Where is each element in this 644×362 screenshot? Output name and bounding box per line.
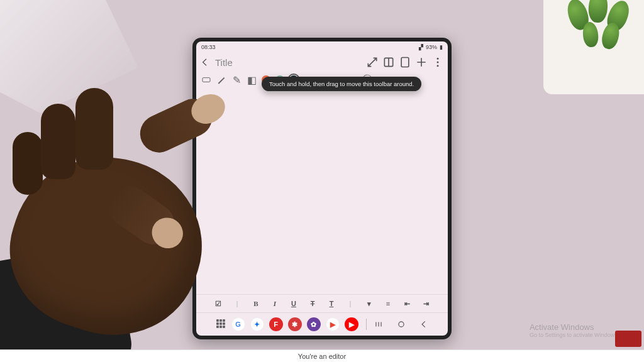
fmt-checklist[interactable]: ☑: [213, 299, 223, 309]
add-icon[interactable]: [415, 56, 428, 69]
keyboard-icon[interactable]: [201, 75, 211, 85]
svg-point-4: [437, 62, 439, 63]
signal-icon: ▞: [419, 44, 423, 50]
status-time: 08:33: [201, 44, 216, 50]
windows-watermark: Activate Windows Go to Settings to activ…: [530, 322, 619, 338]
nav-recents-icon[interactable]: [374, 319, 383, 329]
app-googletv[interactable]: ▶: [326, 317, 340, 331]
foldable-device: 08:33 ▞ 93% ▮ Title: [192, 38, 452, 339]
reading-mode-icon[interactable]: [382, 56, 395, 69]
svg-rect-6: [203, 78, 210, 82]
fmt-textcolor[interactable]: ▾: [364, 299, 374, 309]
fmt-divider2: |: [345, 299, 355, 309]
status-bar: 08:33 ▞ 93% ▮: [196, 41, 448, 53]
nav-home-icon[interactable]: [397, 319, 406, 329]
eraser-icon[interactable]: ◧: [247, 75, 257, 85]
expand-icon[interactable]: [366, 56, 379, 69]
fmt-italic[interactable]: I: [270, 299, 280, 309]
svg-point-10: [398, 322, 403, 327]
toolbar-tooltip: Touch and hold, then drag to move this t…: [262, 77, 421, 91]
smartwatch: [0, 241, 135, 362]
corner-badge: [615, 331, 641, 347]
svg-point-5: [437, 65, 439, 67]
fmt-divider: |: [232, 299, 242, 309]
fmt-underline[interactable]: U: [289, 299, 299, 309]
fmt-textsize[interactable]: T: [326, 299, 336, 309]
app-chat[interactable]: ✦: [250, 317, 264, 331]
fmt-indent-dec[interactable]: ⇤: [402, 299, 412, 309]
note-canvas[interactable]: [196, 88, 448, 294]
dock-divider: [366, 319, 367, 330]
fmt-strike[interactable]: T: [308, 299, 318, 309]
note-titlebar: Title: [196, 53, 448, 72]
battery-text: 93%: [426, 44, 437, 50]
format-toolbar: ☑ | B I U T T | ▾ ≡ ⇤ ⇥: [196, 295, 448, 312]
caption-bar: You're an editor: [0, 349, 644, 362]
note-title[interactable]: Title: [215, 57, 233, 68]
fmt-align[interactable]: ≡: [383, 299, 393, 309]
app-dock: G ✦ F ✱ ✿ ▶ ▶: [196, 313, 448, 336]
svg-point-3: [437, 58, 439, 60]
highlighter-icon[interactable]: ✎: [231, 75, 242, 85]
desk-crystal: [0, 0, 138, 113]
battery-icon: ▮: [440, 44, 443, 50]
app-youtube[interactable]: ▶: [345, 317, 358, 331]
nav-back-icon[interactable]: [419, 319, 428, 329]
caption-text: You're an editor: [298, 353, 346, 360]
app-flipboard[interactable]: F: [269, 317, 283, 331]
apps-drawer-icon[interactable]: [216, 319, 226, 329]
device-screen: 08:33 ▞ 93% ▮ Title: [196, 41, 448, 336]
back-icon[interactable]: [200, 57, 210, 67]
app-red[interactable]: ✱: [288, 317, 302, 331]
svg-rect-2: [401, 58, 409, 67]
more-icon[interactable]: [431, 56, 444, 69]
app-settings[interactable]: ✿: [307, 317, 321, 331]
page-icon[interactable]: [399, 56, 411, 69]
pen-tool-icon[interactable]: [216, 75, 226, 85]
fmt-indent-inc[interactable]: ⇥: [421, 299, 431, 309]
fmt-bold[interactable]: B: [251, 299, 261, 309]
app-google[interactable]: G: [231, 317, 245, 331]
desk-plant: [543, 0, 644, 94]
